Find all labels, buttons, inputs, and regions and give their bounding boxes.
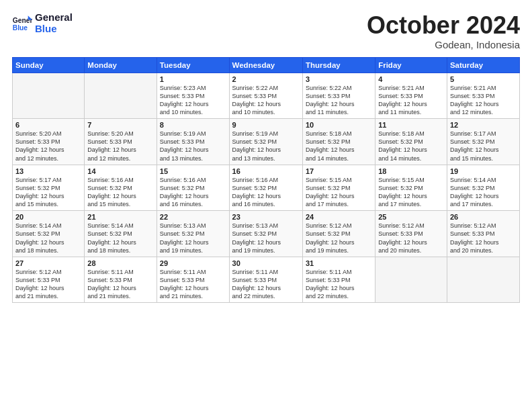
day-info: Sunrise: 5:19 AMSunset: 5:33 PMDaylight:… (160, 130, 226, 163)
day-info: Sunrise: 5:15 AMSunset: 5:32 PMDaylight:… (378, 176, 444, 209)
svg-text:Blue: Blue (13, 24, 28, 32)
calendar-cell: 2Sunrise: 5:22 AMSunset: 5:33 PMDaylight… (229, 73, 302, 119)
calendar-header-row: SundayMondayTuesdayWednesdayThursdayFrid… (13, 57, 520, 73)
day-info: Sunrise: 5:14 AMSunset: 5:32 PMDaylight:… (15, 222, 81, 255)
week-row-3: 13Sunrise: 5:17 AMSunset: 5:32 PMDayligh… (13, 165, 520, 211)
col-header-saturday: Saturday (447, 57, 519, 73)
day-info: Sunrise: 5:11 AMSunset: 5:33 PMDaylight:… (87, 268, 154, 301)
calendar-cell: 19Sunrise: 5:14 AMSunset: 5:32 PMDayligh… (447, 165, 519, 211)
day-info: Sunrise: 5:14 AMSunset: 5:32 PMDaylight:… (87, 222, 154, 255)
day-number: 27 (15, 259, 81, 267)
calendar-cell: 13Sunrise: 5:17 AMSunset: 5:32 PMDayligh… (13, 165, 85, 211)
day-info: Sunrise: 5:15 AMSunset: 5:32 PMDaylight:… (306, 176, 372, 209)
calendar-cell: 20Sunrise: 5:14 AMSunset: 5:32 PMDayligh… (13, 211, 85, 257)
calendar-cell: 7Sunrise: 5:20 AMSunset: 5:33 PMDaylight… (85, 119, 157, 165)
day-info: Sunrise: 5:22 AMSunset: 5:33 PMDaylight:… (306, 84, 372, 117)
calendar-cell: 26Sunrise: 5:12 AMSunset: 5:33 PMDayligh… (447, 211, 519, 257)
page: General Blue General Blue October 2024 G… (0, 0, 532, 411)
week-row-4: 20Sunrise: 5:14 AMSunset: 5:32 PMDayligh… (13, 211, 520, 257)
day-number: 3 (306, 75, 372, 83)
calendar-cell: 15Sunrise: 5:16 AMSunset: 5:32 PMDayligh… (157, 165, 229, 211)
day-info: Sunrise: 5:21 AMSunset: 5:33 PMDaylight:… (450, 84, 517, 117)
day-info: Sunrise: 5:16 AMSunset: 5:32 PMDaylight:… (87, 176, 154, 209)
day-number: 26 (450, 213, 517, 221)
day-info: Sunrise: 5:12 AMSunset: 5:33 PMDaylight:… (378, 222, 444, 255)
day-info: Sunrise: 5:18 AMSunset: 5:32 PMDaylight:… (378, 130, 444, 163)
calendar-cell: 12Sunrise: 5:17 AMSunset: 5:32 PMDayligh… (447, 119, 519, 165)
day-info: Sunrise: 5:14 AMSunset: 5:32 PMDaylight:… (450, 176, 517, 209)
day-info: Sunrise: 5:21 AMSunset: 5:33 PMDaylight:… (378, 84, 444, 117)
day-number: 24 (306, 213, 372, 221)
calendar: SundayMondayTuesdayWednesdayThursdayFrid… (12, 57, 520, 304)
day-number: 14 (87, 167, 154, 175)
day-number: 5 (450, 75, 517, 83)
day-number: 13 (15, 167, 81, 175)
day-number: 2 (232, 75, 300, 83)
week-row-2: 6Sunrise: 5:20 AMSunset: 5:33 PMDaylight… (13, 119, 520, 165)
week-row-1: 1Sunrise: 5:23 AMSunset: 5:33 PMDaylight… (13, 73, 520, 119)
calendar-cell: 9Sunrise: 5:19 AMSunset: 5:32 PMDaylight… (229, 119, 302, 165)
day-info: Sunrise: 5:11 AMSunset: 5:33 PMDaylight:… (160, 268, 226, 301)
day-number: 9 (232, 121, 300, 129)
calendar-cell: 29Sunrise: 5:11 AMSunset: 5:33 PMDayligh… (157, 257, 229, 303)
day-number: 10 (306, 121, 372, 129)
location: Godean, Indonesia (367, 39, 520, 50)
calendar-cell (375, 257, 447, 303)
day-number: 21 (87, 213, 154, 221)
col-header-tuesday: Tuesday (157, 57, 229, 73)
day-info: Sunrise: 5:13 AMSunset: 5:32 PMDaylight:… (232, 222, 300, 255)
day-number: 16 (232, 167, 300, 175)
day-info: Sunrise: 5:20 AMSunset: 5:33 PMDaylight:… (15, 130, 81, 163)
day-info: Sunrise: 5:12 AMSunset: 5:33 PMDaylight:… (15, 268, 81, 301)
day-number: 29 (160, 259, 226, 267)
calendar-cell: 16Sunrise: 5:16 AMSunset: 5:32 PMDayligh… (229, 165, 302, 211)
calendar-cell: 4Sunrise: 5:21 AMSunset: 5:33 PMDaylight… (375, 73, 447, 119)
day-info: Sunrise: 5:20 AMSunset: 5:33 PMDaylight:… (87, 130, 154, 163)
calendar-cell: 30Sunrise: 5:11 AMSunset: 5:33 PMDayligh… (229, 257, 302, 303)
calendar-cell: 14Sunrise: 5:16 AMSunset: 5:32 PMDayligh… (85, 165, 157, 211)
day-number: 17 (306, 167, 372, 175)
calendar-cell: 1Sunrise: 5:23 AMSunset: 5:33 PMDaylight… (157, 73, 229, 119)
calendar-cell (85, 73, 157, 119)
day-info: Sunrise: 5:16 AMSunset: 5:32 PMDaylight:… (160, 176, 226, 209)
calendar-cell: 21Sunrise: 5:14 AMSunset: 5:32 PMDayligh… (85, 211, 157, 257)
day-number: 20 (15, 213, 81, 221)
day-info: Sunrise: 5:11 AMSunset: 5:33 PMDaylight:… (232, 268, 300, 301)
day-number: 19 (450, 167, 517, 175)
calendar-cell: 8Sunrise: 5:19 AMSunset: 5:33 PMDaylight… (157, 119, 229, 165)
day-info: Sunrise: 5:17 AMSunset: 5:32 PMDaylight:… (450, 130, 517, 163)
day-number: 18 (378, 167, 444, 175)
day-number: 25 (378, 213, 444, 221)
logo: General Blue General Blue (12, 12, 73, 34)
day-info: Sunrise: 5:19 AMSunset: 5:32 PMDaylight:… (232, 130, 300, 163)
day-number: 23 (232, 213, 300, 221)
day-info: Sunrise: 5:12 AMSunset: 5:32 PMDaylight:… (306, 222, 372, 255)
day-info: Sunrise: 5:23 AMSunset: 5:33 PMDaylight:… (160, 84, 226, 117)
calendar-cell: 6Sunrise: 5:20 AMSunset: 5:33 PMDaylight… (13, 119, 85, 165)
calendar-cell: 10Sunrise: 5:18 AMSunset: 5:32 PMDayligh… (302, 119, 375, 165)
day-info: Sunrise: 5:12 AMSunset: 5:33 PMDaylight:… (450, 222, 517, 255)
calendar-cell (13, 73, 85, 119)
day-info: Sunrise: 5:22 AMSunset: 5:33 PMDaylight:… (232, 84, 300, 117)
day-number: 30 (232, 259, 300, 267)
day-info: Sunrise: 5:16 AMSunset: 5:32 PMDaylight:… (232, 176, 300, 209)
calendar-cell: 3Sunrise: 5:22 AMSunset: 5:33 PMDaylight… (302, 73, 375, 119)
calendar-cell (447, 257, 519, 303)
col-header-sunday: Sunday (13, 57, 85, 73)
header: General Blue General Blue October 2024 G… (12, 12, 520, 50)
day-number: 12 (450, 121, 517, 129)
day-info: Sunrise: 5:18 AMSunset: 5:32 PMDaylight:… (306, 130, 372, 163)
day-number: 15 (160, 167, 226, 175)
week-row-5: 27Sunrise: 5:12 AMSunset: 5:33 PMDayligh… (13, 257, 520, 303)
day-number: 6 (15, 121, 81, 129)
col-header-wednesday: Wednesday (229, 57, 302, 73)
logo-blue: Blue (35, 24, 73, 35)
day-info: Sunrise: 5:13 AMSunset: 5:32 PMDaylight:… (160, 222, 226, 255)
calendar-cell: 31Sunrise: 5:11 AMSunset: 5:33 PMDayligh… (302, 257, 375, 303)
calendar-cell: 23Sunrise: 5:13 AMSunset: 5:32 PMDayligh… (229, 211, 302, 257)
day-number: 1 (160, 75, 226, 83)
calendar-cell: 5Sunrise: 5:21 AMSunset: 5:33 PMDaylight… (447, 73, 519, 119)
col-header-monday: Monday (85, 57, 157, 73)
month-title: October 2024 (367, 12, 520, 39)
calendar-cell: 11Sunrise: 5:18 AMSunset: 5:32 PMDayligh… (375, 119, 447, 165)
